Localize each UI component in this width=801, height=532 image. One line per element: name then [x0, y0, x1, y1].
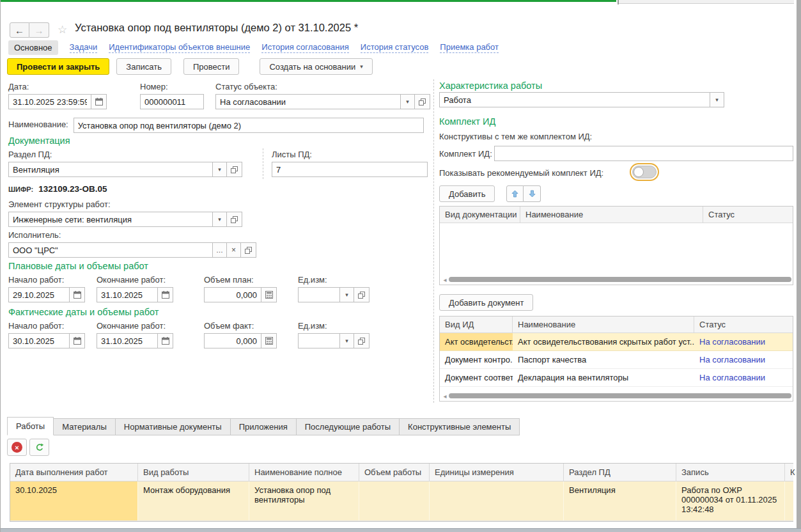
pd-sheets-input[interactable] — [272, 162, 428, 177]
works-col-work-type[interactable]: Вид работы — [138, 464, 249, 481]
chevron-down-icon[interactable]: ▾ — [340, 287, 354, 302]
back-arrow-icon[interactable]: ← — [10, 22, 29, 38]
scroll-left-icon[interactable]: ◂ — [441, 276, 449, 283]
calendar-icon[interactable] — [158, 287, 173, 302]
cell-type[interactable]: Акт освидетельст... — [440, 333, 513, 350]
planned-start-input[interactable] — [8, 287, 70, 302]
window-bottom-scrollbar[interactable] — [1, 528, 801, 532]
tab-normative-documents[interactable]: Нормативные документы — [116, 418, 231, 435]
chevron-down-icon[interactable]: ▾ — [213, 212, 227, 227]
open-link-icon[interactable] — [354, 333, 369, 348]
tab-attachments[interactable]: Приложения — [231, 418, 297, 435]
executor-input[interactable] — [8, 242, 213, 258]
horizontal-scrollbar[interactable]: ◂ — [441, 276, 791, 283]
open-link-icon[interactable] — [241, 242, 256, 258]
cancel-record-button[interactable]: × — [7, 439, 27, 456]
refresh-button[interactable] — [29, 439, 49, 456]
nav-item-status-history[interactable]: История статусов — [361, 42, 429, 53]
open-link-icon[interactable] — [227, 162, 242, 177]
tab-works[interactable]: Работы — [7, 417, 54, 435]
doc-table-col-status[interactable]: Статус — [703, 207, 793, 223]
actual-end-input[interactable] — [97, 333, 158, 348]
nav-item-approval-history[interactable]: История согласования — [261, 42, 349, 53]
scroll-left-icon[interactable]: ◂ — [441, 393, 449, 400]
works-col-pd-section[interactable]: Раздел ПД — [564, 464, 676, 481]
chevron-down-icon[interactable]: ▾ — [401, 94, 415, 109]
planned-unit-input[interactable] — [298, 287, 340, 302]
status-badge[interactable]: На согласовании — [694, 369, 793, 386]
cell-volume[interactable] — [359, 481, 430, 520]
cell-ko[interactable] — [785, 481, 795, 520]
calculator-icon[interactable] — [261, 333, 277, 348]
tab-structural-elements[interactable]: Конструктивные элементы — [400, 418, 520, 435]
chevron-down-icon[interactable]: ▾ — [340, 333, 354, 348]
doc-table-col-name[interactable]: Наименование — [520, 207, 703, 223]
cell-full-name[interactable]: Установка опор под вентиляторы — [249, 481, 359, 520]
calculator-icon[interactable] — [261, 287, 277, 302]
clear-icon[interactable]: × — [227, 242, 241, 258]
forward-arrow-icon[interactable]: → — [29, 22, 49, 38]
cell-name[interactable]: Декларация на вентиляторы — [513, 369, 694, 386]
post-and-close-button[interactable]: Провести и закрыть — [7, 58, 109, 75]
actual-volume-input[interactable] — [204, 333, 261, 348]
work-structure-input[interactable] — [8, 212, 213, 227]
scrollbar-thumb[interactable] — [449, 393, 791, 398]
choose-ellipsis-icon[interactable]: … — [213, 242, 227, 258]
date-input[interactable] — [8, 94, 91, 109]
cell-record[interactable]: Работа по ОЖР 000000034 от 01.11.2025 13… — [676, 481, 785, 520]
id-table-col-status[interactable]: Статус — [694, 317, 793, 332]
works-col-date[interactable]: Дата выполнения работ — [10, 464, 138, 481]
actual-unit-input[interactable] — [298, 333, 340, 348]
doc-table-col-type[interactable]: Вид документации — [440, 207, 520, 223]
calendar-icon[interactable] — [91, 94, 107, 109]
cell-pd-section[interactable]: Вентиляция — [564, 481, 676, 520]
open-link-icon[interactable] — [415, 94, 430, 109]
id-table-col-type[interactable]: Вид ИД — [440, 317, 513, 332]
cell-name[interactable]: Акт освидетельствования скрытых работ ус… — [513, 333, 694, 350]
table-row[interactable]: Документ соответ... Декларация на вентил… — [440, 369, 793, 387]
move-up-icon[interactable] — [506, 185, 524, 202]
works-col-record[interactable]: Запись — [676, 464, 785, 481]
nav-item-main[interactable]: Основное — [8, 40, 58, 55]
show-recommended-set-toggle[interactable] — [632, 166, 657, 178]
table-row[interactable]: 30.10.2025 Монтаж оборудования Установка… — [10, 481, 793, 521]
planned-volume-input[interactable] — [204, 287, 261, 302]
pd-section-input[interactable] — [8, 162, 213, 177]
tab-subsequent-works[interactable]: Последующие работы — [297, 418, 400, 435]
cell-type[interactable]: Документ соответ... — [440, 369, 513, 386]
horizontal-scrollbar[interactable]: ◂ — [441, 393, 791, 399]
move-down-icon[interactable] — [524, 185, 541, 202]
favorite-star-icon[interactable]: ☆ — [58, 23, 67, 36]
table-row[interactable]: Акт освидетельст... Акт освидетельствова… — [440, 333, 793, 351]
calendar-icon[interactable] — [70, 333, 85, 348]
add-button[interactable]: Добавить — [439, 185, 495, 202]
works-col-ko[interactable]: Ко — [785, 464, 795, 481]
table-row[interactable]: Документ контро... Паспорт качества На с… — [440, 351, 793, 369]
planned-end-input[interactable] — [97, 287, 158, 302]
cell-units[interactable] — [430, 481, 564, 520]
chevron-down-icon[interactable]: ▾ — [710, 92, 724, 107]
nav-item-tasks[interactable]: Задачи — [70, 42, 98, 53]
name-input[interactable] — [74, 118, 424, 133]
create-based-on-button[interactable]: Создать на основании ▾ — [260, 58, 372, 75]
works-col-units[interactable]: Единицы измерения — [430, 464, 564, 481]
cell-type[interactable]: Документ контро... — [440, 351, 513, 368]
calendar-icon[interactable] — [158, 333, 173, 348]
tab-materials[interactable]: Материалы — [54, 418, 116, 435]
object-status-input[interactable] — [215, 94, 401, 109]
add-document-button[interactable]: Добавить документ — [439, 294, 533, 311]
works-col-volume[interactable]: Объем работы — [359, 464, 430, 481]
cell-date[interactable]: 30.10.2025 — [10, 481, 138, 520]
status-badge[interactable]: На согласовании — [694, 333, 793, 350]
number-input[interactable] — [140, 94, 204, 109]
id-table-col-name[interactable]: Наименование — [513, 317, 694, 332]
open-link-icon[interactable] — [227, 212, 242, 227]
work-characteristic-input[interactable] — [439, 92, 710, 107]
works-col-full-name[interactable]: Наименование полное — [249, 464, 359, 481]
save-button[interactable]: Записать — [116, 58, 171, 75]
chevron-down-icon[interactable]: ▾ — [213, 162, 227, 177]
nav-item-work-acceptance[interactable]: Приемка работ — [440, 42, 499, 53]
doc-table-empty-body[interactable] — [440, 223, 793, 268]
status-badge[interactable]: На согласовании — [694, 351, 793, 368]
cell-name[interactable]: Паспорт качества — [513, 351, 694, 368]
